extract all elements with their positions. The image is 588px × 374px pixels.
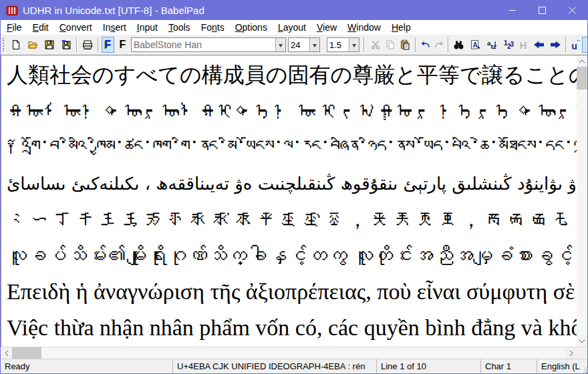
open-file-button[interactable] <box>25 37 40 53</box>
menu-file[interactable]: File <box>1 21 27 34</box>
text-line-vietnamese[interactable]: Việc thừa nhận nhân phẩm vốn có, các quy… <box>1 310 577 346</box>
black-f-icon: F <box>120 39 126 51</box>
size-combo-dropdown-button[interactable] <box>309 38 319 51</box>
menu-tools[interactable]: Tools <box>163 21 196 34</box>
print-icon <box>82 39 93 50</box>
text-line-japanese[interactable]: 人類社会のすべての構成員の固有の尊厳と平等で譲ることの <box>1 57 577 94</box>
han-h-icon: H <box>520 39 527 51</box>
menu-help[interactable]: Help <box>386 21 416 34</box>
toolbar-separator <box>415 37 416 52</box>
find-button[interactable] <box>451 37 466 53</box>
font-size-combobox[interactable]: 24 <box>288 37 320 52</box>
resize-grip[interactable] <box>580 366 587 373</box>
vertical-scroll-track[interactable] <box>577 89 587 335</box>
chevron-right-icon <box>569 350 573 357</box>
svg-text:A: A <box>473 41 478 49</box>
status-pane-ready: Ready <box>1 359 173 373</box>
scroll-up-button[interactable] <box>577 55 587 67</box>
menu-view[interactable]: View <box>311 21 342 34</box>
new-file-button[interactable] <box>9 37 23 53</box>
save-file-button[interactable] <box>42 37 57 53</box>
status-pane-char: Char 1 <box>481 359 537 373</box>
decompose-button[interactable]: u¨ <box>569 37 582 53</box>
find-character-button[interactable]: A <box>468 37 482 53</box>
copy-button[interactable] <box>383 37 398 53</box>
babelpad-app-icon <box>6 5 18 17</box>
previous-character-button[interactable] <box>531 37 546 53</box>
menu-layout[interactable]: Layout <box>273 21 311 34</box>
editor-area: 人類社会のすべての構成員の固有の尊厳と平等で譲ることのᠬᠦᠮᠦᠨ ᠲᠥᠷᠥᠯᠬᠢ… <box>1 55 587 347</box>
text-line-tibetan[interactable]: ༈ འགྲོ་བ་མིའི་ཁྱིམ་ཚང་ཁག་གི་ནང་མི་ཡོངས་ལ… <box>1 130 577 166</box>
case-conversion-icon: atz <box>486 39 497 50</box>
latin-font-toggle-button[interactable]: F <box>102 37 114 53</box>
next-character-button[interactable] <box>548 37 563 53</box>
horizontal-scroll-thumb[interactable] <box>12 347 41 359</box>
u-diaeresis-icon: u¨ <box>571 38 579 51</box>
chevron-left-icon <box>5 350 9 357</box>
number-conversion-icon: 123 <box>503 39 514 50</box>
number-conversion-button[interactable]: 123 <box>501 37 516 53</box>
toolbar-separator <box>98 37 99 52</box>
chevron-down-icon <box>352 44 356 49</box>
binoculars-icon <box>453 39 464 50</box>
minimize-button[interactable] <box>497 1 527 20</box>
case-conversion-button[interactable]: atz <box>484 37 499 53</box>
redo-button[interactable] <box>432 37 446 53</box>
scroll-left-button[interactable] <box>1 347 12 359</box>
scrollbar-corner <box>577 347 587 359</box>
toolbar-separator <box>363 37 365 52</box>
font-combo-dropdown-button[interactable] <box>275 38 285 51</box>
text-line-uyghur[interactable]: ئاساسى ئىكەنلىكى ، ھەققانىيەت ۋە تىنچلىق… <box>1 166 577 202</box>
save-as-button[interactable] <box>59 37 74 53</box>
close-button[interactable] <box>557 1 587 20</box>
compose-button[interactable]: ü <box>582 37 587 53</box>
right-arrow-icon <box>550 39 561 50</box>
status-pane-line: Line 1 of 10 <box>377 359 481 373</box>
han-conversion-button[interactable]: H <box>518 37 529 53</box>
menu-window[interactable]: Window <box>342 21 386 34</box>
han-font-toggle-button[interactable]: F <box>116 37 129 53</box>
vertical-scroll-thumb[interactable] <box>577 67 587 89</box>
toolbar-gripper[interactable] <box>3 38 5 51</box>
cut-icon <box>370 39 381 50</box>
horizontal-scroll-track[interactable] <box>41 347 565 359</box>
toolbar-separator <box>448 37 449 52</box>
paste-icon <box>400 39 410 50</box>
text-line-greek[interactable]: Επειδὴ ἡ ἀναγνώριση τῆς ἀξιοπρέπειας, πο… <box>1 274 577 310</box>
font-name-value: BabelStone Han <box>132 39 275 50</box>
menu-edit[interactable]: Edit <box>27 21 54 34</box>
chevron-up-icon <box>579 59 585 63</box>
title-bar[interactable]: UDHR in Unicode.txt [UTF-8] - BabelPad <box>1 1 587 20</box>
menu-options[interactable]: Options <box>230 21 273 34</box>
vertical-scrollbar[interactable] <box>577 55 587 347</box>
undo-icon <box>420 39 431 50</box>
status-pane-codepoint: U+4EBA CJK UNIFIED IDEOGRAPH-4EBA : rén <box>173 359 377 373</box>
print-button[interactable] <box>80 37 95 53</box>
text-line-burmese[interactable]: လူခပ်သိမ်း၏မျိုးရိုးဂုဏ်သိက္ခါနှင့်တကွ လ… <box>1 238 577 274</box>
svg-text:3: 3 <box>510 41 514 48</box>
menu-fonts[interactable]: Fonts <box>196 21 230 34</box>
scroll-down-button[interactable] <box>577 335 587 347</box>
menu-bar: FileEditConvertInsertInputToolsFontsOpti… <box>1 20 587 35</box>
line-spacing-combobox[interactable]: 1.5 <box>327 37 359 52</box>
menu-convert[interactable]: Convert <box>54 21 98 34</box>
toolbar-separator <box>76 37 78 52</box>
u-umlaut-icon: ü <box>587 39 587 51</box>
font-name-combobox[interactable]: BabelStone Han <box>131 37 286 52</box>
line-spacing-value: 1.5 <box>327 40 349 50</box>
status-bar: ReadyU+4EBA CJK UNIFIED IDEOGRAPH-4EBA :… <box>1 359 587 373</box>
text-line-mongolian[interactable]: ᠬᠦᠮᠦᠨ ᠲᠥᠷᠥᠯᠬᠢᠲᠡᠨ ᠦ ᠢᠵᠠᠭᠤᠷ ᠨᠡᠷ᠎ᠡ ᠲᠥᠷᠥ ᠪᠣᠯ… <box>1 94 577 130</box>
menu-insert[interactable]: Insert <box>98 21 132 34</box>
spacing-combo-dropdown-button[interactable] <box>349 38 359 51</box>
undo-button[interactable] <box>419 37 432 53</box>
text-editor[interactable]: 人類社会のすべての構成員の固有の尊厳と平等で譲ることのᠬᠦᠮᠦᠨ ᠲᠥᠷᠥᠯᠬᠢ… <box>1 55 577 347</box>
maximize-button[interactable] <box>527 1 557 20</box>
status-pane-language: English (L <box>537 359 587 373</box>
scroll-right-button[interactable] <box>565 347 577 359</box>
menu-input[interactable]: Input <box>132 21 163 34</box>
font-size-value: 24 <box>289 40 309 50</box>
text-line-khitan[interactable]: 𘬀𘬁𘬂𘬃𘬄𘬅𘬆𘬇𘬈𘬉𘬊𘬋𘬌𘬍𘬎，𘬐𘬑𘬒𘬓，𘬠𘬡𘬢𘬣𘬤𘬥𘬦𘬧𘬨𘬩 <box>1 202 577 238</box>
cut-button[interactable] <box>368 37 383 53</box>
paste-button[interactable] <box>398 37 412 53</box>
horizontal-scrollbar[interactable] <box>1 347 587 359</box>
